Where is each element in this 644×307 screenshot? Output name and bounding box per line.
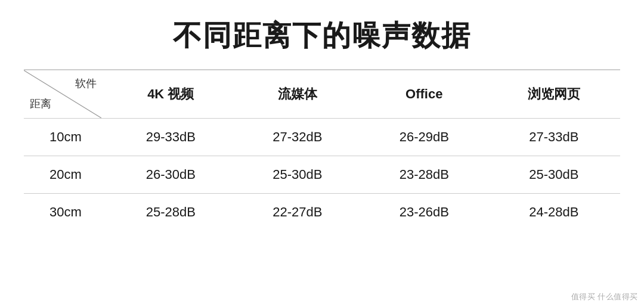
cell-r2-c0: 25-28dB — [107, 194, 234, 231]
corner-distance-label: 距离 — [30, 97, 51, 111]
cell-distance-1: 20cm — [24, 156, 107, 194]
header-4k-video: 4K 视频 — [107, 70, 234, 119]
cell-r0-c1: 27-32dB — [234, 119, 361, 156]
table-wrapper: 软件 距离 4K 视频 流媒体 Office 浏览网页 10cm29-33dB2… — [24, 69, 620, 231]
table-row: 10cm29-33dB27-32dB26-29dB27-33dB — [24, 119, 620, 156]
table-body: 10cm29-33dB27-32dB26-29dB27-33dB20cm26-3… — [24, 119, 620, 231]
header-browse: 浏览网页 — [488, 70, 620, 119]
watermark: 值得买 什么值得买 — [571, 292, 638, 302]
corner-header: 软件 距离 — [24, 70, 107, 119]
header-streaming: 流媒体 — [234, 70, 361, 119]
cell-r1-c1: 25-30dB — [234, 156, 361, 194]
header-office: Office — [361, 70, 488, 119]
corner-software-label: 软件 — [75, 76, 97, 91]
cell-r2-c1: 22-27dB — [234, 194, 361, 231]
cell-r0-c0: 29-33dB — [107, 119, 234, 156]
table-header-row: 软件 距离 4K 视频 流媒体 Office 浏览网页 — [24, 70, 620, 119]
table-row: 30cm25-28dB22-27dB23-26dB24-28dB — [24, 194, 620, 231]
cell-r0-c2: 26-29dB — [361, 119, 488, 156]
cell-r0-c3: 27-33dB — [488, 119, 620, 156]
cell-r1-c0: 26-30dB — [107, 156, 234, 194]
cell-distance-2: 30cm — [24, 194, 107, 231]
cell-r2-c2: 23-26dB — [361, 194, 488, 231]
cell-r2-c3: 24-28dB — [488, 194, 620, 231]
cell-r1-c2: 23-28dB — [361, 156, 488, 194]
cell-distance-0: 10cm — [24, 119, 107, 156]
noise-data-table: 软件 距离 4K 视频 流媒体 Office 浏览网页 10cm29-33dB2… — [24, 70, 620, 231]
page-container: 不同距离下的噪声数据 软件 距离 4K 视频 流媒体 — [0, 0, 644, 307]
cell-r1-c3: 25-30dB — [488, 156, 620, 194]
table-row: 20cm26-30dB25-30dB23-28dB25-30dB — [24, 156, 620, 194]
page-title: 不同距离下的噪声数据 — [173, 0, 471, 69]
